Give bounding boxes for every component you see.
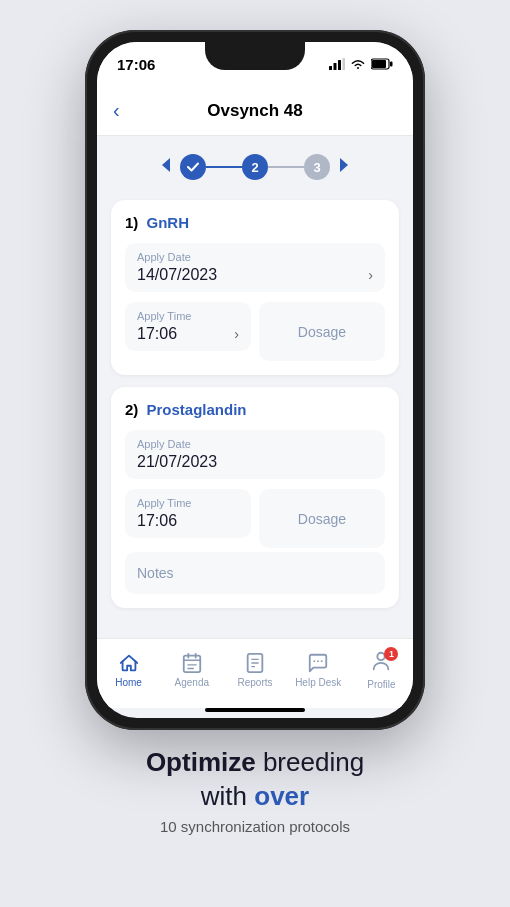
back-button[interactable]: ‹ xyxy=(113,99,120,122)
bottom-text: Optimize breeding with over 10 synchroni… xyxy=(126,746,384,835)
nav-reports[interactable]: Reports xyxy=(223,652,286,688)
gnrh-dosage-label: Dosage xyxy=(298,324,346,340)
svg-rect-1 xyxy=(334,63,337,70)
battery-icon xyxy=(371,58,393,70)
gnrh-apply-time-value: 17:06 › xyxy=(137,325,239,343)
protocol-2-number: 2) xyxy=(125,401,138,418)
svg-point-21 xyxy=(321,660,323,662)
protocol-1-name: GnRH xyxy=(147,214,190,231)
step-line-2 xyxy=(268,166,304,168)
step-2[interactable]: 2 xyxy=(242,154,268,180)
gnrh-apply-time-label: Apply Time xyxy=(137,310,239,322)
svg-marker-8 xyxy=(340,158,348,172)
optimize-bold: Optimize xyxy=(146,747,256,777)
profile-badge: 1 xyxy=(384,647,398,661)
home-indicator xyxy=(205,708,305,712)
prostaglandin-apply-time-label: Apply Time xyxy=(137,497,239,509)
stepper: 2 3 xyxy=(111,148,399,186)
step-3[interactable]: 3 xyxy=(304,154,330,180)
svg-point-19 xyxy=(317,660,319,662)
nav-agenda-label: Agenda xyxy=(175,677,209,688)
helpdesk-icon xyxy=(307,652,329,674)
nav-profile[interactable]: 1 Profile xyxy=(350,650,413,690)
prostaglandin-apply-date-field[interactable]: Apply Date 21/07/2023 xyxy=(125,430,385,479)
breeding-text: breeding xyxy=(256,747,364,777)
prostaglandin-dosage-label: Dosage xyxy=(298,511,346,527)
with-text: with xyxy=(201,781,254,811)
nav-home-label: Home xyxy=(115,677,142,688)
over-text: over xyxy=(254,781,309,811)
prostaglandin-time-dosage-row: Apply Time 17:06 Dosage xyxy=(125,489,385,548)
bottom-line-2: with over xyxy=(146,780,364,814)
protocol-1-title: 1) GnRH xyxy=(125,214,385,231)
protocol-1-number: 1) xyxy=(125,214,138,231)
content-area: 2 3 1) GnRH Apply Date 14/07/2023 xyxy=(97,136,413,638)
reports-icon xyxy=(244,652,266,674)
agenda-icon xyxy=(181,652,203,674)
gnrh-apply-time-field[interactable]: Apply Time 17:06 › xyxy=(125,302,251,351)
app-header: ‹ Ovsynch 48 xyxy=(97,86,413,136)
bottom-nav: Home Agenda xyxy=(97,638,413,708)
status-time: 17:06 xyxy=(117,56,155,73)
phone-screen: 17:06 xyxy=(97,42,413,718)
protocol-2-title: 2) Prostaglandin xyxy=(125,401,385,418)
profile-icon-wrapper: 1 xyxy=(370,650,392,676)
bottom-line-3: 10 synchronization protocols xyxy=(146,818,364,835)
prostaglandin-apply-time-field[interactable]: Apply Time 17:06 xyxy=(125,489,251,538)
step-1[interactable] xyxy=(180,154,206,180)
bottom-line-1: Optimize breeding xyxy=(146,746,364,780)
wifi-icon xyxy=(350,58,366,70)
nav-reports-label: Reports xyxy=(238,677,273,688)
step-line-1 xyxy=(206,166,242,168)
protocol-2-name: Prostaglandin xyxy=(147,401,247,418)
prostaglandin-dosage-field[interactable]: Dosage xyxy=(259,489,385,548)
notes-label: Notes xyxy=(137,565,174,581)
svg-marker-7 xyxy=(162,158,170,172)
svg-rect-3 xyxy=(343,58,346,70)
svg-rect-2 xyxy=(338,60,341,70)
gnrh-apply-date-label: Apply Date xyxy=(137,251,373,263)
phone-shell: 17:06 xyxy=(85,30,425,730)
nav-agenda[interactable]: Agenda xyxy=(160,652,223,688)
prostaglandin-apply-date-value: 21/07/2023 xyxy=(137,453,373,471)
signal-icon xyxy=(329,58,345,70)
nav-home[interactable]: Home xyxy=(97,652,160,688)
nav-helpdesk[interactable]: Help Desk xyxy=(287,652,350,688)
stepper-right-arrow[interactable] xyxy=(334,156,352,179)
gnrh-time-dosage-row: Apply Time 17:06 › Dosage xyxy=(125,302,385,361)
gnrh-dosage-field[interactable]: Dosage xyxy=(259,302,385,361)
nav-profile-label: Profile xyxy=(367,679,395,690)
gnrh-date-chevron: › xyxy=(368,267,373,283)
protocol-card-1: 1) GnRH Apply Date 14/07/2023 › Apply Ti… xyxy=(111,200,399,375)
status-icons xyxy=(329,58,393,70)
header-title: Ovsynch 48 xyxy=(207,101,302,121)
home-icon xyxy=(118,652,140,674)
svg-point-20 xyxy=(314,660,316,662)
svg-rect-6 xyxy=(390,62,393,67)
svg-rect-5 xyxy=(372,60,386,68)
svg-rect-0 xyxy=(329,66,332,70)
svg-rect-9 xyxy=(184,655,201,672)
gnrh-apply-date-value: 14/07/2023 › xyxy=(137,266,373,284)
gnrh-apply-date-field[interactable]: Apply Date 14/07/2023 › xyxy=(125,243,385,292)
gnrh-time-chevron: › xyxy=(234,326,239,342)
nav-helpdesk-label: Help Desk xyxy=(295,677,341,688)
stepper-steps: 2 3 xyxy=(180,154,330,180)
notch xyxy=(205,42,305,70)
prostaglandin-apply-time-value: 17:06 xyxy=(137,512,239,530)
prostaglandin-apply-date-label: Apply Date xyxy=(137,438,373,450)
stepper-left-arrow[interactable] xyxy=(158,156,176,179)
notes-field[interactable]: Notes xyxy=(125,552,385,594)
protocol-card-2: 2) Prostaglandin Apply Date 21/07/2023 A… xyxy=(111,387,399,608)
